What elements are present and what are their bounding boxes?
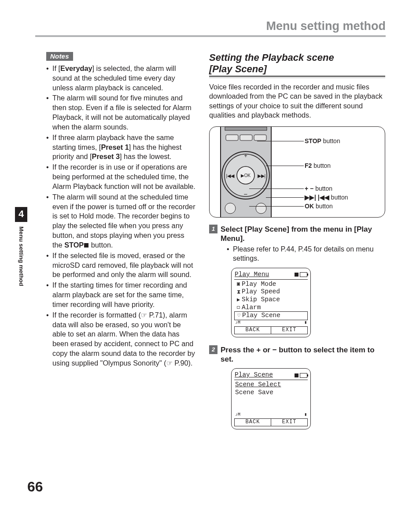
lcd2-softkey-right: EXIT [271,419,308,426]
svg-rect-3 [240,135,252,140]
device-illustration: + − |◀◀ ▶▶| ▶OK [210,127,293,217]
side-tab: 4 Menu setting method [15,207,27,286]
callout-stop: STOP button [305,137,340,144]
note-item: The alarm will sound at the scheduled ti… [46,192,196,250]
callout-f2: F2 button [305,162,331,169]
svg-text:−: − [244,190,248,198]
callout-skip: ▶▶| |◀◀ button [305,194,348,201]
svg-rect-4 [254,135,266,140]
step-number: 1 [209,225,217,233]
lcd2-title: Play Scene [235,371,273,379]
lcd1-softkey-right: EXIT [271,327,308,334]
lcd-screenshot-2: Play Scene Scene Select Scene Save ♪M▮ B… [231,368,385,429]
page-number: 66 [27,479,43,495]
side-tab-label: Menu setting method [18,226,25,286]
device-diagram: + − |◀◀ ▶▶| ▶OK STOP button F2 button + … [209,126,385,218]
svg-text:▶OK: ▶OK [241,173,251,178]
svg-rect-1 [225,127,267,130]
lcd1-title: Play Menu [235,271,269,279]
step-text: Press the + or − button to select the it… [221,345,385,364]
svg-text:▶▶|: ▶▶| [258,173,266,178]
note-item: If the recorder is formatted (☞ P.71), a… [46,310,196,368]
lcd2-row-selected: Scene Select [235,381,281,389]
svg-text:+: + [244,152,247,159]
page-header: Menu setting method [266,19,386,33]
left-column: Notes If [Everyday] is selected, the ala… [46,52,196,369]
step-text: Select [Play Scene] from the menu in [Pl… [221,225,385,244]
section-title: Setting the Playback scene [Play Scene] [209,52,385,75]
notes-list: If [Everyday] is selected, the alarm wil… [46,64,196,368]
note-item: If the recorder is in use or if operatio… [46,163,196,191]
intro-paragraph: Voice files recorded in the recorder and… [209,82,385,120]
svg-rect-2 [226,135,238,140]
lcd1-row: Play Mode [242,281,276,288]
callout-plusminus: + − button [305,185,332,192]
section-rule [209,76,385,78]
header-rule [35,35,386,37]
section-title-l2: [Play Scene] [209,63,267,74]
note-item: If three alarm playback have the same st… [46,133,196,162]
lcd1-indicator: ♪M [235,320,240,325]
note-item: If the selected file is moved, erased or… [46,251,196,280]
note-item: If [Everyday] is selected, the alarm wil… [46,64,196,92]
lcd-screenshot-1: Play Menu ▣Play Mode ⧗Play Speed ▶Skip S… [231,268,385,337]
callout-ok: OK button [305,203,333,210]
step-1: 1 Select [Play Scene] from the menu in [… [209,225,385,244]
step-1-note: Please refer to P.44, P.45 for details o… [227,245,385,263]
svg-text:|◀◀: |◀◀ [226,173,235,178]
lcd1-row: Skip Space [242,296,280,304]
battery-icon [295,272,307,277]
lcd1-row: Play Speed [242,288,280,296]
section-title-l1: Setting the Playback scene [209,52,334,63]
lcd1-row-selected: Play Scene [242,312,280,320]
step-2: 2 Press the + or − button to select the … [209,345,385,364]
step-number: 2 [209,345,217,354]
note-item: The alarm will sound for five minutes an… [46,93,196,132]
lcd2-softkey-left: BACK [234,419,271,426]
lcd2-indicator: ♪M [235,412,240,418]
svg-point-14 [256,203,266,214]
lcd2-row: Scene Save [235,389,273,397]
lcd1-row: Alarm [242,304,261,312]
lcd1-softkey-left: BACK [234,327,271,334]
note-item: If the starting times for timer recordin… [46,281,196,309]
right-column: Setting the Playback scene [Play Scene] … [209,52,385,437]
chapter-number: 4 [15,207,27,222]
step-1-notes: Please refer to P.44, P.45 for details o… [209,245,385,263]
notes-label: Notes [46,52,73,61]
svg-point-13 [225,203,236,214]
battery-icon [295,373,307,378]
